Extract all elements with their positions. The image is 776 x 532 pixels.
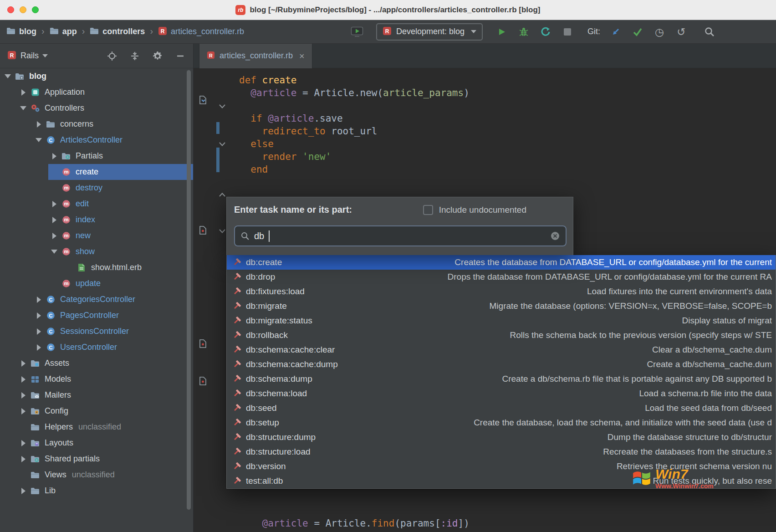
tree-item-config[interactable]: Config <box>0 403 193 419</box>
tree-item-edit[interactable]: medit <box>0 196 193 212</box>
update-project-icon[interactable] <box>609 26 622 38</box>
breadcrumb-blog[interactable]: blog <box>6 27 36 36</box>
fold-arrow-icon[interactable] <box>219 227 225 235</box>
chevron-down-icon[interactable] <box>42 54 48 57</box>
rollback-icon[interactable]: ↺ <box>675 26 688 38</box>
history-clock-icon[interactable]: ◷ <box>653 26 666 38</box>
task-row-db-setup[interactable]: db:setupCreate the database, load the sc… <box>227 415 776 430</box>
gutter-action-icon[interactable] <box>199 339 207 350</box>
expand-arrow-right-icon[interactable] <box>17 456 29 462</box>
expand-arrow-right-icon[interactable] <box>17 488 29 494</box>
zoom-button[interactable] <box>32 6 39 13</box>
tree-item-views[interactable]: Viewsunclassified <box>0 467 193 483</box>
expand-arrow-right-icon[interactable] <box>33 297 45 303</box>
tree-item-controllers[interactable]: Controllers <box>0 100 193 116</box>
hide-panel-icon[interactable] <box>175 51 186 61</box>
expand-arrow-right-icon[interactable] <box>48 201 60 207</box>
close-button[interactable] <box>7 6 14 13</box>
clear-search-icon[interactable] <box>550 231 560 241</box>
gear-icon[interactable] <box>152 51 163 61</box>
task-row-db-schema-cache-dump[interactable]: db:schema:cache:dumpCreate a db/schema_c… <box>227 357 776 372</box>
run-configuration-select[interactable]: R Development: blog <box>376 23 483 41</box>
breadcrumb-articles-controller-rb[interactable]: Rarticles_controller.rb <box>158 26 244 37</box>
tree-item-assets[interactable]: Assets <box>0 355 193 371</box>
run-with-coverage-icon[interactable] <box>539 26 552 38</box>
run-anything-icon[interactable] <box>351 26 363 38</box>
expand-arrow-down-icon[interactable] <box>33 138 45 142</box>
expand-arrow-right-icon[interactable] <box>33 121 45 128</box>
task-row-db-drop[interactable]: db:dropDrops the database from DATABASE_… <box>227 270 776 284</box>
tree-item-mailers[interactable]: Mailers <box>0 387 193 403</box>
task-row-db-rollback[interactable]: db:rollbackRolls the schema back to the … <box>227 328 776 343</box>
task-row-db-create[interactable]: db:createCreates the database from DATAB… <box>227 255 776 270</box>
tree-item-categoriescontroller[interactable]: CCategoriesController <box>0 292 193 307</box>
task-row-db-schema-load[interactable]: db:schema:loadLoad a schema.rb file into… <box>227 386 776 401</box>
expand-arrow-right-icon[interactable] <box>17 440 29 446</box>
close-icon[interactable]: × <box>299 51 305 61</box>
tree-item-helpers[interactable]: Helpersunclassified <box>0 419 193 435</box>
tree-item-destroy[interactable]: mdestroy <box>0 180 193 196</box>
task-search-input[interactable]: db <box>234 225 567 246</box>
collapse-all-icon[interactable] <box>129 51 140 61</box>
tree-item-concerns[interactable]: concerns <box>0 116 193 132</box>
expand-arrow-right-icon[interactable] <box>17 89 29 96</box>
task-row-db-schema-dump[interactable]: db:schema:dumpCreate a db/schema.rb file… <box>227 372 776 386</box>
tree-item-shared-partials[interactable]: Shared partials <box>0 451 193 467</box>
gutter-action-icon[interactable] <box>199 96 207 106</box>
tree-item-userscontroller[interactable]: CUsersController <box>0 339 193 355</box>
tree-item-show[interactable]: mshow <box>0 244 193 260</box>
task-row-db-structure-load[interactable]: db:structure:loadRecreate the databases … <box>227 445 776 459</box>
minimize-button[interactable] <box>20 6 26 13</box>
tree-item-new[interactable]: mnew <box>0 228 193 244</box>
expand-arrow-right-icon[interactable] <box>48 153 60 159</box>
expand-arrow-down-icon[interactable] <box>48 250 60 254</box>
expand-arrow-right-icon[interactable] <box>17 360 29 367</box>
expand-arrow-right-icon[interactable] <box>17 376 29 383</box>
fold-arrow-icon[interactable] <box>219 140 225 148</box>
expand-arrow-down-icon[interactable] <box>2 74 14 78</box>
tool-window-title[interactable]: Rails <box>20 51 39 61</box>
tree-item-sessionscontroller[interactable]: CSessionsController <box>0 323 193 339</box>
fold-arrow-icon[interactable] <box>219 102 225 110</box>
gutter-action-icon[interactable] <box>199 226 207 236</box>
task-row-db-migrate[interactable]: db:migrateMigrate the database (options:… <box>227 299 776 313</box>
expand-arrow-right-icon[interactable] <box>48 217 60 223</box>
tree-item-application[interactable]: Application <box>0 84 193 100</box>
task-row-db-seed[interactable]: db:seedLoad the seed data from db/seed <box>227 401 776 415</box>
tree-item-models[interactable]: Models <box>0 371 193 387</box>
expand-arrow-right-icon[interactable] <box>33 344 45 351</box>
fold-end-icon[interactable] <box>219 190 225 199</box>
task-row-db-fixtures-load[interactable]: db:fixtures:loadLoad fixtures into the c… <box>227 284 776 299</box>
tree-item-create[interactable]: mcreate <box>0 164 193 180</box>
run-button[interactable] <box>495 26 508 38</box>
tree-item-lib[interactable]: Lib <box>0 483 193 499</box>
expand-arrow-right-icon[interactable] <box>17 392 29 399</box>
include-undocumented-checkbox[interactable] <box>423 205 433 215</box>
debug-bug-icon[interactable] <box>517 26 530 38</box>
expand-arrow-right-icon[interactable] <box>17 408 29 414</box>
gutter-action-icon[interactable] <box>199 377 207 387</box>
tab-articles-controller[interactable]: R articles_controller.rb × <box>199 44 312 68</box>
commit-check-icon[interactable] <box>631 26 644 38</box>
locate-icon[interactable] <box>107 51 117 61</box>
sidebar-scrollbar[interactable] <box>187 70 191 510</box>
tree-item-partials[interactable]: Partials <box>0 148 193 164</box>
breadcrumb-app[interactable]: app <box>50 27 77 36</box>
breadcrumb-controllers[interactable]: controllers <box>90 27 145 36</box>
stop-button[interactable] <box>561 26 574 38</box>
expand-arrow-right-icon[interactable] <box>33 312 45 319</box>
tree-item-layouts[interactable]: Layouts <box>0 435 193 451</box>
task-row-db-schema-cache-clear[interactable]: db:schema:cache:clearClear a db/schema_c… <box>227 343 776 357</box>
expand-arrow-right-icon[interactable] <box>33 328 45 335</box>
search-everywhere-icon[interactable] <box>703 26 716 38</box>
expand-arrow-down-icon[interactable] <box>17 106 29 110</box>
tree-item-show-html-erb[interactable]: show.html.erb <box>0 260 193 276</box>
tree-item-update[interactable]: mupdate <box>0 276 193 292</box>
tree-item-blog[interactable]: blog <box>0 68 193 84</box>
task-row-db-migrate-status[interactable]: db:migrate:statusDisplay status of migra… <box>227 313 776 328</box>
expand-arrow-right-icon[interactable] <box>48 233 60 239</box>
tree-item-index[interactable]: mindex <box>0 212 193 228</box>
tree-item-articlescontroller[interactable]: CArticlesController <box>0 132 193 148</box>
tree-item-pagescontroller[interactable]: CPagesController <box>0 307 193 323</box>
task-row-db-structure-dump[interactable]: db:structure:dumpDump the database struc… <box>227 430 776 445</box>
